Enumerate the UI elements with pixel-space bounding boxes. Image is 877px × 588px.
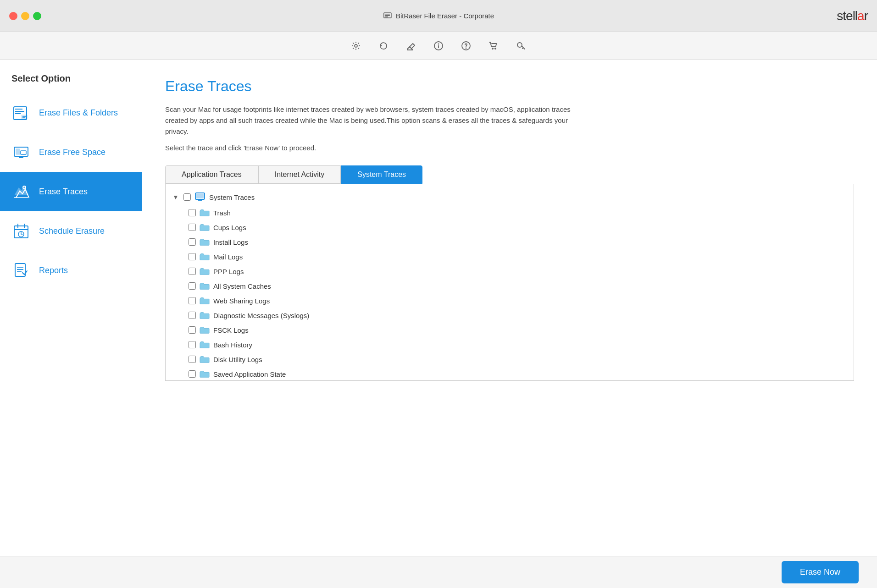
tree-item-saved-application-state[interactable]: Saved Application State (166, 367, 854, 381)
tree-item-label-disk-utility-logs: Disk Utility Logs (213, 356, 262, 363)
tab-application-traces[interactable]: Application Traces (165, 165, 258, 184)
tree-item-bash-history[interactable]: Bash History (166, 337, 854, 352)
svg-rect-22 (21, 151, 26, 154)
checkbox-mail-logs[interactable] (189, 253, 196, 260)
svg-rect-36 (196, 194, 204, 198)
tree-item-label-cups-logs: Cups Logs (213, 224, 246, 231)
tree-toggle-icon[interactable]: ▼ (172, 193, 180, 201)
checkbox-saved-application-state[interactable] (189, 370, 196, 378)
svg-point-12 (517, 43, 522, 47)
svg-point-11 (495, 48, 496, 49)
tree-item-label-saved-application-state: Saved Application State (213, 370, 286, 378)
svg-rect-26 (14, 226, 28, 238)
checkbox-trash[interactable] (189, 209, 196, 216)
svg-rect-15 (15, 111, 24, 112)
tree-item-label-install-logs: Install Logs (213, 238, 248, 246)
tree-item-label-all-system-caches: All System Caches (213, 282, 271, 290)
checkbox-disk-utility-logs[interactable] (189, 356, 196, 363)
tree-item-install-logs[interactable]: Install Logs (166, 235, 854, 249)
checkbox-web-sharing-logs[interactable] (189, 297, 196, 304)
sidebar: Select Option Erase Files & Folders (0, 60, 142, 556)
sidebar-item-reports[interactable]: Reports (0, 251, 142, 290)
help-button[interactable] (457, 37, 475, 55)
sidebar-item-label-erase-traces: Erase Traces (39, 187, 88, 197)
tree-item-disk-utility-logs[interactable]: Disk Utility Logs (166, 352, 854, 367)
tree-items-container: Trash Cups Logs Install Logs Mail Logs P… (166, 205, 854, 381)
svg-rect-1 (385, 14, 390, 15)
svg-point-9 (466, 48, 466, 48)
close-button[interactable] (9, 12, 17, 20)
window-title: BitRaser File Eraser - Corporate (383, 11, 494, 21)
bottom-bar: Erase Now (0, 556, 877, 588)
sidebar-item-erase-traces[interactable]: Erase Traces (0, 172, 142, 211)
folder-icon (200, 341, 210, 349)
folder-icon (200, 253, 210, 261)
main-layout: Select Option Erase Files & Folders (0, 60, 877, 556)
stellar-logo: stellar (837, 9, 868, 23)
svg-rect-2 (385, 15, 390, 16)
tab-system-traces[interactable]: System Traces (341, 165, 422, 184)
tree-item-diagnostic-messages[interactable]: Diagnostic Messages (Syslogs) (166, 308, 854, 323)
folder-icon (200, 238, 210, 246)
checkbox-diagnostic-messages[interactable] (189, 312, 196, 319)
checkbox-cups-logs[interactable] (189, 224, 196, 231)
checkbox-fsck-logs[interactable] (189, 326, 196, 334)
eraser-button[interactable] (402, 37, 420, 55)
tree-item-web-sharing-logs[interactable]: Web Sharing Logs (166, 293, 854, 308)
sidebar-item-label-reports: Reports (39, 266, 68, 275)
folder-icon (200, 370, 210, 378)
checkbox-all-system-caches[interactable] (189, 282, 196, 290)
maximize-button[interactable] (33, 12, 41, 20)
minimize-button[interactable] (21, 12, 29, 20)
svg-rect-16 (15, 113, 21, 114)
tree-item-label-web-sharing-logs: Web Sharing Logs (213, 297, 270, 305)
tree-item-fsck-logs[interactable]: FSCK Logs (166, 323, 854, 337)
key-button[interactable] (512, 37, 530, 55)
page-title: Erase Traces (165, 78, 854, 95)
tree-item-label-diagnostic-messages: Diagnostic Messages (Syslogs) (213, 312, 309, 319)
monitor-icon (194, 192, 205, 202)
checkbox-bash-history[interactable] (189, 341, 196, 348)
svg-point-4 (355, 44, 357, 47)
folder-icon (200, 297, 210, 305)
tree-item-label-bash-history: Bash History (213, 341, 252, 349)
erase-now-button[interactable]: Erase Now (782, 561, 859, 583)
sidebar-item-erase-free-space[interactable]: Erase Free Space (0, 132, 142, 172)
window-controls (9, 12, 41, 20)
folder-icon (200, 311, 210, 319)
tree-item-label-trash: Trash (213, 209, 231, 217)
sidebar-title: Select Option (0, 69, 142, 93)
svg-point-7 (438, 44, 439, 44)
svg-rect-3 (385, 16, 388, 17)
system-traces-tree: ▼ System Traces Trash Cups Logs (165, 184, 854, 381)
tree-header: ▼ System Traces (166, 189, 854, 205)
toolbar (0, 32, 877, 60)
content-instruction: Select the trace and click 'Erase Now' t… (165, 144, 854, 152)
sidebar-item-label-erase-files: Erase Files & Folders (39, 108, 118, 118)
content-area: Erase Traces Scan your Mac for usage foo… (142, 60, 877, 556)
tabs: Application Traces Internet Activity Sys… (165, 165, 854, 184)
tab-internet-activity[interactable]: Internet Activity (258, 165, 341, 184)
tree-header-checkbox[interactable] (183, 193, 191, 201)
sidebar-item-schedule-erasure[interactable]: Schedule Erasure (0, 211, 142, 251)
folder-icon (200, 209, 210, 217)
info-button[interactable] (429, 37, 448, 55)
checkbox-ppp-logs[interactable] (189, 268, 196, 275)
tree-item-cups-logs[interactable]: Cups Logs (166, 220, 854, 235)
refresh-button[interactable] (374, 37, 393, 55)
svg-rect-17 (22, 115, 27, 119)
titlebar: BitRaser File Eraser - Corporate stellar (0, 0, 877, 32)
tree-item-ppp-logs[interactable]: PPP Logs (166, 264, 854, 279)
folder-icon (200, 282, 210, 290)
cart-button[interactable] (484, 37, 503, 55)
svg-rect-14 (15, 109, 22, 110)
settings-button[interactable] (347, 37, 365, 55)
sidebar-item-erase-files[interactable]: Erase Files & Folders (0, 93, 142, 132)
tree-item-all-system-caches[interactable]: All System Caches (166, 279, 854, 293)
tree-item-trash[interactable]: Trash (166, 205, 854, 220)
tree-item-label-mail-logs: Mail Logs (213, 253, 243, 261)
sidebar-item-label-schedule-erasure: Schedule Erasure (39, 226, 105, 236)
tree-item-label-fsck-logs: FSCK Logs (213, 326, 249, 334)
tree-item-mail-logs[interactable]: Mail Logs (166, 249, 854, 264)
checkbox-install-logs[interactable] (189, 238, 196, 246)
